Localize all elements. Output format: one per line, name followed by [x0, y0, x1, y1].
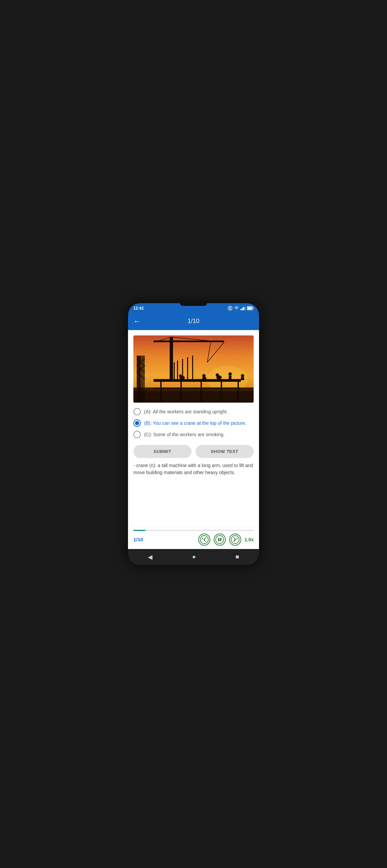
svg-rect-15 [153, 388, 241, 389]
svg-point-40 [216, 375, 222, 379]
media-icon [228, 306, 233, 311]
svg-point-0 [228, 306, 232, 310]
battery-icon [247, 306, 254, 310]
option-c-text: (C): Some of the workers are smoking. [144, 432, 225, 437]
wifi-icon [234, 306, 239, 310]
show-text-button[interactable]: SHOW TEXT [196, 445, 254, 458]
svg-rect-4 [253, 308, 254, 309]
spacer [128, 480, 259, 527]
radio-b-inner [135, 421, 139, 425]
svg-rect-38 [202, 377, 206, 380]
player-controls: 1/10 5 [133, 533, 254, 546]
svg-point-49 [216, 535, 224, 544]
svg-text:10: 10 [234, 539, 236, 541]
notch [180, 303, 207, 306]
options-container: (A): All the workers are standing uprigh… [128, 405, 259, 441]
svg-rect-17 [177, 361, 178, 379]
image-container [128, 330, 259, 405]
submit-button[interactable]: SUBMIT [133, 445, 191, 458]
svg-rect-28 [170, 337, 173, 381]
svg-point-37 [202, 374, 206, 377]
definition-text: - crane (n): a tall machine with a long … [128, 461, 259, 480]
svg-rect-42 [229, 376, 232, 380]
pause-button[interactable] [214, 533, 226, 546]
svg-rect-20 [192, 355, 193, 379]
svg-marker-53 [237, 537, 238, 539]
nav-square-button[interactable]: ■ [233, 551, 242, 563]
signal-icon [241, 306, 245, 310]
forward-button[interactable]: 10 [229, 533, 241, 546]
nav-bar: ◀ ● ■ [128, 549, 259, 565]
svg-rect-45 [133, 391, 254, 403]
svg-marker-47 [202, 537, 203, 539]
svg-point-36 [179, 374, 182, 377]
status-icons [228, 306, 254, 311]
radio-a[interactable] [133, 408, 141, 415]
nav-home-button[interactable]: ● [189, 551, 199, 563]
progress-fill [133, 530, 145, 531]
svg-point-41 [229, 372, 232, 376]
construction-image [133, 336, 254, 403]
svg-rect-19 [187, 357, 188, 379]
option-a-text: (A): All the workers are standing uprigh… [144, 409, 228, 414]
back-button[interactable]: ← [133, 317, 141, 326]
progress-track[interactable] [133, 530, 254, 531]
svg-rect-5 [247, 307, 252, 309]
svg-rect-51 [220, 538, 221, 541]
option-b[interactable]: (B): You can see a crane at the top of t… [133, 420, 254, 427]
svg-rect-44 [241, 377, 244, 380]
svg-point-43 [241, 374, 244, 377]
svg-rect-16 [174, 362, 175, 379]
speed-label[interactable]: 1.0x [244, 537, 254, 542]
player-position: 1/10 [133, 536, 143, 542]
device-frame: 12:42 [128, 303, 259, 565]
radio-c[interactable] [133, 431, 141, 438]
main-content: (A): All the workers are standing uprigh… [128, 330, 259, 549]
top-nav-bar: ← 1/10 [128, 313, 259, 330]
radio-b[interactable] [133, 420, 141, 427]
nav-back-button[interactable]: ◀ [145, 551, 155, 563]
buttons-row: SUBMIT SHOW TEXT [128, 441, 259, 461]
svg-text:5: 5 [204, 538, 205, 541]
status-time: 12:42 [133, 306, 144, 311]
svg-rect-9 [153, 379, 241, 382]
option-a[interactable]: (A): All the workers are standing uprigh… [133, 408, 254, 415]
svg-rect-1 [230, 307, 230, 309]
player-bar: 1/10 5 [128, 527, 259, 549]
option-c[interactable]: (C): Some of the workers are smoking. [133, 431, 254, 438]
player-right-controls: 5 [198, 533, 254, 546]
rewind-button[interactable]: 5 [198, 533, 210, 546]
option-b-text: (B): You can see a crane at the top of t… [144, 421, 246, 426]
svg-rect-50 [218, 538, 219, 541]
question-counter: 1/10 [187, 318, 199, 325]
svg-rect-2 [231, 307, 231, 309]
